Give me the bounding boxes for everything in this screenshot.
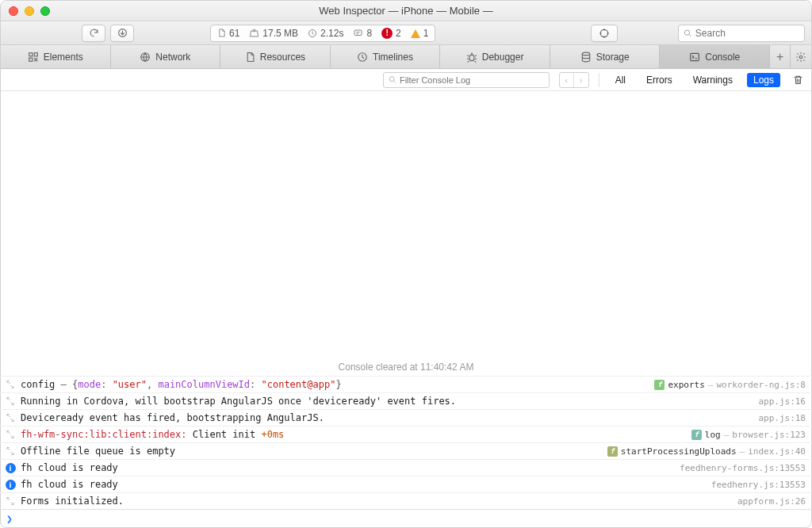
clear-console-button[interactable] — [790, 74, 806, 86]
svg-point-4 — [600, 29, 607, 36]
log-icon — [5, 412, 16, 423]
console-row[interactable]: ifh cloud is readyfeedhenry-forms.js:135… — [0, 459, 812, 476]
function-badge-icon: f — [607, 446, 618, 457]
svg-rect-7 — [34, 52, 37, 55]
tab-console[interactable]: Console — [660, 45, 770, 68]
debugger-icon — [466, 52, 477, 63]
console-row[interactable]: Forms initialized.appform.js:26 — [0, 492, 812, 509]
search-field[interactable] — [678, 25, 805, 42]
filter-nav: ‹ › — [559, 72, 589, 88]
error-count: ! 2 — [381, 28, 401, 39]
console-empty-area — [0, 92, 812, 355]
console-rows: config – {mode: "user", mainColumnViewId… — [0, 376, 812, 509]
console-row[interactable]: ifh cloud is readyfeedhenry.js:13553 — [0, 476, 812, 492]
console-source-location[interactable]: fexports—workorder-ng.js:8 — [654, 380, 806, 390]
svg-rect-6 — [29, 52, 33, 55]
load-time: 2.12s — [308, 28, 343, 39]
log-icon — [5, 495, 16, 507]
network-icon — [140, 52, 151, 63]
console-filter-field[interactable] — [383, 72, 550, 88]
console-message: Forms initialized. — [21, 495, 737, 507]
console-cleared-message: Console cleared at 11:40:42 AM — [0, 355, 812, 376]
console-row[interactable]: config – {mode: "user", mainColumnViewId… — [0, 376, 812, 392]
tab-storage[interactable]: Storage — [550, 45, 661, 68]
message-icon — [353, 29, 363, 38]
document-icon — [217, 28, 226, 38]
reload-icon — [89, 28, 99, 38]
console-message: Deviceready event has fired, bootstrappi… — [21, 412, 758, 423]
status-pill: 61 17.5 MB 2.12s 8 ! 2 1 — [210, 25, 435, 42]
console-filterbar: ‹ › All Errors Warnings Logs — [1, 69, 811, 91]
console-message: config – {mode: "user", mainColumnViewId… — [21, 379, 654, 390]
resources-count: 61 — [217, 28, 239, 39]
console-row[interactable]: fh-wfm-sync:lib:client:index: Client ini… — [0, 426, 812, 442]
tab-resources[interactable]: Resources — [220, 45, 331, 68]
tab-elements[interactable]: Elements — [1, 45, 111, 68]
message-count: 8 — [353, 28, 372, 39]
svg-rect-8 — [29, 58, 33, 61]
window-title: Web Inspector — iPhone — Mobile — — [1, 5, 811, 17]
function-badge-icon: f — [654, 380, 665, 390]
filter-warnings[interactable]: Warnings — [687, 73, 739, 87]
weight-icon — [249, 29, 259, 38]
console-row[interactable]: Running in Cordova, will bootstrap Angul… — [0, 392, 812, 409]
toolbar: 61 17.5 MB 2.12s 8 ! 2 1 — [1, 21, 811, 45]
filter-logs[interactable]: Logs — [747, 73, 780, 87]
console-source-location[interactable]: app.js:16 — [758, 396, 806, 407]
svg-rect-3 — [354, 30, 362, 36]
console-message: fh-wfm-sync:lib:client:index: Client ini… — [21, 429, 691, 440]
console-prompt[interactable]: ❯ — [0, 509, 812, 528]
console-message: fh cloud is ready — [21, 462, 680, 473]
console-message: fh cloud is ready — [21, 479, 711, 490]
console-row[interactable]: Offline file queue is emptyfstartProcess… — [0, 442, 812, 459]
log-icon — [5, 446, 16, 457]
filter-prev-button[interactable]: ‹ — [560, 73, 574, 87]
filter-errors[interactable]: Errors — [640, 73, 679, 87]
source-file: app.js:16 — [758, 396, 806, 407]
search-icon — [684, 29, 692, 38]
filter-next-button[interactable]: › — [574, 73, 588, 87]
console-level-filters: All Errors Warnings Logs — [609, 73, 780, 87]
tab-timelines[interactable]: Timelines — [331, 45, 441, 68]
info-icon: i — [5, 462, 16, 473]
svg-point-12 — [582, 52, 589, 55]
tab-settings[interactable] — [791, 45, 811, 68]
log-icon — [5, 379, 16, 390]
source-file: browser.js:123 — [732, 430, 806, 440]
gear-icon — [795, 52, 806, 63]
source-file: feedhenry.js:13553 — [711, 480, 806, 490]
console-row[interactable]: Deviceready event has fired, bootstrappi… — [0, 409, 812, 426]
warning-count: 1 — [411, 28, 429, 39]
clock-icon — [308, 29, 317, 38]
log-icon — [5, 396, 16, 407]
element-picker-button[interactable] — [591, 25, 618, 42]
source-file: appform.js:26 — [737, 496, 806, 507]
filter-all[interactable]: All — [609, 73, 632, 87]
source-file: app.js:18 — [758, 413, 806, 423]
console-source-location[interactable]: app.js:18 — [758, 413, 806, 423]
svg-rect-11 — [469, 55, 474, 61]
console-source-location[interactable]: feedhenry-forms.js:13553 — [680, 463, 806, 473]
console-filter-input[interactable] — [400, 75, 544, 85]
console-source-location[interactable]: fstartProcessingUploads—index.js:40 — [607, 446, 806, 457]
console-message: Running in Cordova, will bootstrap Angul… — [21, 396, 758, 407]
search-input[interactable] — [695, 28, 799, 39]
console-source-location[interactable]: feedhenry.js:13553 — [711, 480, 806, 490]
tab-debugger[interactable]: Debugger — [440, 45, 550, 68]
console-source-location[interactable]: flog—browser.js:123 — [691, 430, 806, 440]
console-source-location[interactable]: appform.js:26 — [737, 496, 806, 507]
error-icon: ! — [381, 28, 393, 39]
new-tab-button[interactable]: + — [770, 45, 791, 68]
transfer-size: 17.5 MB — [249, 28, 298, 39]
function-name: log — [705, 430, 721, 440]
timelines-icon — [357, 52, 368, 63]
console-icon — [689, 52, 700, 63]
window-titlebar: Web Inspector — iPhone — Mobile — — [1, 1, 811, 21]
download-button[interactable] — [110, 25, 134, 42]
search-icon — [389, 75, 396, 84]
tab-network[interactable]: Network — [111, 45, 221, 68]
function-badge-icon: f — [691, 430, 702, 440]
reload-button[interactable] — [82, 25, 105, 42]
storage-icon — [580, 52, 592, 63]
svg-point-5 — [684, 29, 689, 34]
